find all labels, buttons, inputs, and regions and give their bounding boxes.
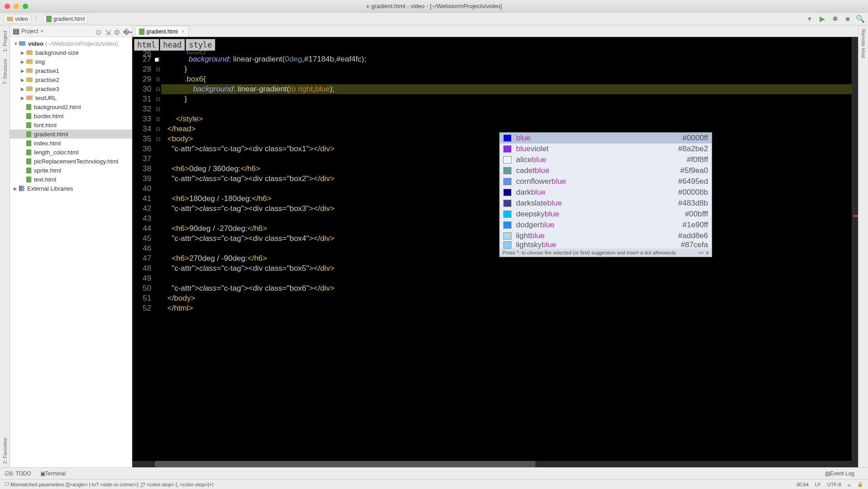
html-file-icon xyxy=(46,16,52,22)
tree-folder[interactable]: ▶testURL xyxy=(10,93,132,102)
stop-button[interactable]: ■ xyxy=(844,15,852,23)
breadcrumb[interactable]: video xyxy=(4,14,31,24)
tree-file[interactable]: index.html xyxy=(10,139,132,148)
tree-folder[interactable]: ▶background-size xyxy=(10,48,132,57)
main-area: 1: Project 7: Structure 2: Favorites ▤ P… xyxy=(0,25,868,467)
run-config-dropdown[interactable]: ▾ xyxy=(805,15,814,23)
project-tool-button[interactable]: 1: Project xyxy=(2,31,8,52)
chevron-right-icon: 〉 xyxy=(34,14,41,24)
search-everywhere-button[interactable]: 🔍 xyxy=(856,15,864,23)
autocomplete-item[interactable]: darkblue#00008b xyxy=(500,187,712,198)
autocomplete-item[interactable]: cornflowerblue#6495ed xyxy=(500,176,712,187)
line-separator[interactable]: LF xyxy=(815,482,821,487)
file-encoding[interactable]: UTF-8 xyxy=(827,482,841,487)
fold-gutter[interactable]: ⊟⊟⊟⊟ ⊟⊟⊟ ⊟⊟ xyxy=(155,37,161,461)
autocomplete-popup[interactable]: blue#0000ffblueviolet#8a2be2aliceblue#f0… xyxy=(499,132,712,257)
right-tool-strip: Remote Host xyxy=(858,25,868,467)
favorites-tool-button[interactable]: 2: Favorites xyxy=(2,438,8,464)
lock-icon[interactable]: 🔒 xyxy=(857,481,863,487)
autocomplete-item[interactable]: blue#0000ff xyxy=(500,133,712,144)
todo-tool-button[interactable]: ☑ 6: TODO xyxy=(5,470,31,477)
autocomplete-item[interactable]: lightblue#add8e6 xyxy=(500,230,712,241)
context-indicator[interactable]: ⏛ xyxy=(848,482,851,487)
bottom-tool-bar: ☑ 6: TODO ▣ Terminal ▤ Event Log xyxy=(0,467,868,479)
left-tool-strip: 1: Project 7: Structure 2: Favorites xyxy=(0,25,10,467)
run-button[interactable]: ▶ xyxy=(818,15,826,23)
html-file-icon xyxy=(139,29,145,35)
tree-folder[interactable]: ▶practise3 xyxy=(10,84,132,93)
status-icon[interactable]: ☐ xyxy=(5,481,9,487)
tree-file[interactable]: border.html xyxy=(10,111,132,120)
collapse-all-icon[interactable]: ⇲ xyxy=(105,28,111,34)
tree-file[interactable]: text.html xyxy=(10,175,132,184)
window-title: ● gradient.html - video - [~/WebstormPro… xyxy=(0,3,868,10)
status-message: Mismatched parameters ([[<angle> | to? <… xyxy=(10,482,790,487)
close-tab-icon[interactable]: × xyxy=(181,29,184,35)
folder-icon: ▤ xyxy=(13,27,19,35)
tree-file[interactable]: sprite.html xyxy=(10,166,132,175)
hide-panel-icon[interactable]: �━ xyxy=(123,28,129,34)
scroll-from-source-icon[interactable]: ⊙ xyxy=(96,28,102,34)
tree-file[interactable]: gradient.html xyxy=(10,129,132,139)
panel-title: Project xyxy=(21,28,38,34)
tree-folder[interactable]: ▶practise2 xyxy=(10,75,132,84)
folder-icon xyxy=(7,17,13,21)
editor-body[interactable]: 2627282930313233343536373839404142434445… xyxy=(132,37,858,461)
editor-tab[interactable]: gradient.html × xyxy=(135,26,188,37)
tree-file[interactable]: length_color.html xyxy=(10,148,132,157)
chevron-down-icon[interactable]: ▾ xyxy=(41,29,43,34)
autocomplete-item[interactable]: darkslateblue#483d8b xyxy=(500,198,712,209)
navigation-bar: video 〉 gradient.html ▾ ▶ ✱ ■ 🔍 xyxy=(0,13,868,25)
horizontal-scrollbar[interactable] xyxy=(132,461,858,467)
tree-file[interactable]: font.html xyxy=(10,120,132,129)
tree-folder[interactable]: ▶img xyxy=(10,57,132,66)
autocomplete-more-link[interactable]: >> xyxy=(698,250,704,255)
editor-breadcrumbs[interactable]: htmlheadstyle xyxy=(134,39,215,51)
autocomplete-item[interactable]: aliceblue#f0f8ff xyxy=(500,154,712,165)
gear-icon[interactable]: ⚙ xyxy=(114,28,120,34)
editor-area: gradient.html × htmlheadstyle 2627282930… xyxy=(132,25,858,467)
editor-tabs: gradient.html × xyxy=(132,25,858,37)
titlebar: ● gradient.html - video - [~/WebstormPro… xyxy=(0,0,868,13)
autocomplete-item[interactable]: cadetblue#5f9ea0 xyxy=(500,165,712,176)
tree-file[interactable]: picReplacementTechnology.html xyxy=(10,157,132,166)
autocomplete-item[interactable]: blueviolet#8a2be2 xyxy=(500,144,712,154)
breadcrumb[interactable]: gradient.html xyxy=(43,14,88,24)
project-panel-header: ▤ Project ▾ ⊙ ⇲ ⚙ �━ xyxy=(10,25,132,37)
event-log-button[interactable]: ▤ Event Log xyxy=(825,470,854,477)
autocomplete-item[interactable]: dodgerblue#1e90ff xyxy=(500,220,712,230)
tree-folder[interactable]: ▶practise1 xyxy=(10,66,132,75)
debug-button[interactable]: ✱ xyxy=(831,15,839,23)
tab-label: gradient.html xyxy=(146,29,178,35)
status-bar: ☐ Mismatched parameters ([[<angle> | to?… xyxy=(0,479,868,489)
terminal-tool-button[interactable]: ▣ Terminal xyxy=(40,470,66,477)
project-panel: ▤ Project ▾ ⊙ ⇲ ⚙ �━ ▼ video(~/WebstormP… xyxy=(10,25,132,467)
project-tree[interactable]: ▼ video(~/WebstormProjects/video) ▶backg… xyxy=(10,37,132,467)
tree-file[interactable]: background2.html xyxy=(10,102,132,111)
remote-host-tool-button[interactable]: Remote Host xyxy=(861,29,866,58)
external-libraries[interactable]: ▶External Libraries xyxy=(10,184,132,193)
error-stripe[interactable] xyxy=(852,37,858,461)
structure-tool-button[interactable]: 7: Structure xyxy=(2,59,8,85)
autocomplete-item[interactable]: lightskyblue#87cefa xyxy=(500,241,712,249)
autocomplete-item[interactable]: deepskyblue#00bfff xyxy=(500,209,712,220)
caret-position[interactable]: 30:54 xyxy=(796,482,809,487)
line-number-gutter[interactable]: 2627282930313233343536373839404142434445… xyxy=(132,37,155,461)
autocomplete-footer: Press ^. to choose the selected (or firs… xyxy=(500,249,712,257)
tree-project-root[interactable]: ▼ video(~/WebstormProjects/video) xyxy=(10,39,132,48)
